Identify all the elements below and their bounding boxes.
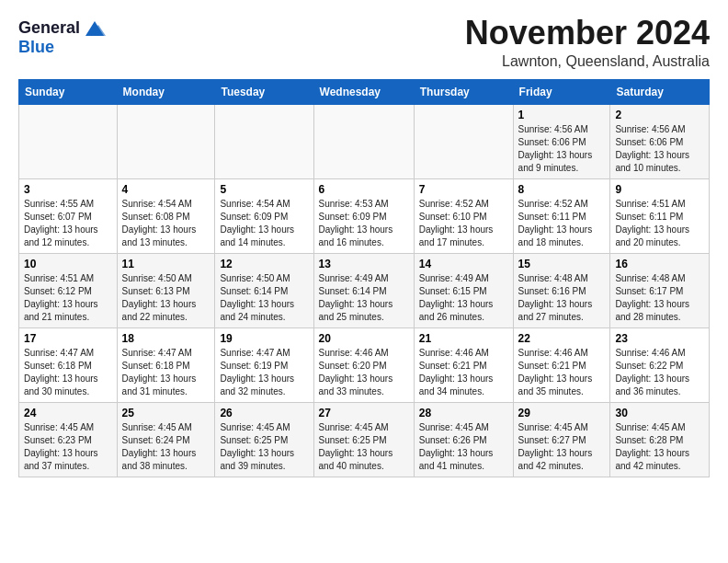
day-info: Sunrise: 4:53 AM Sunset: 6:09 PM Dayligh… — [319, 198, 409, 249]
day-info: Sunrise: 4:54 AM Sunset: 6:08 PM Dayligh… — [122, 198, 210, 249]
calendar-cell: 26Sunrise: 4:45 AM Sunset: 6:25 PM Dayli… — [215, 402, 313, 477]
day-info: Sunrise: 4:50 AM Sunset: 6:14 PM Dayligh… — [220, 272, 308, 324]
day-number: 29 — [518, 407, 606, 419]
day-info: Sunrise: 4:45 AM Sunset: 6:28 PM Dayligh… — [615, 421, 704, 473]
calendar-cell: 18Sunrise: 4:47 AM Sunset: 6:18 PM Dayli… — [117, 327, 215, 402]
day-info: Sunrise: 4:55 AM Sunset: 6:07 PM Dayligh… — [24, 198, 112, 249]
calendar-cell: 24Sunrise: 4:45 AM Sunset: 6:23 PM Dayli… — [19, 402, 118, 477]
day-info: Sunrise: 4:51 AM Sunset: 6:12 PM Dayligh… — [24, 272, 112, 324]
header-sunday: Sunday — [19, 79, 118, 104]
calendar-cell: 14Sunrise: 4:49 AM Sunset: 6:15 PM Dayli… — [414, 253, 513, 327]
calendar-cell — [117, 104, 215, 178]
calendar-cell — [313, 104, 414, 178]
calendar-cell: 21Sunrise: 4:46 AM Sunset: 6:21 PM Dayli… — [414, 327, 513, 402]
header-saturday: Saturday — [610, 79, 710, 104]
day-info: Sunrise: 4:46 AM Sunset: 6:20 PM Dayligh… — [319, 347, 409, 398]
location-title: Lawnton, Queensland, Australia — [465, 53, 710, 70]
day-number: 6 — [319, 183, 409, 196]
day-number: 8 — [518, 183, 606, 196]
day-number: 16 — [615, 258, 704, 270]
day-number: 27 — [319, 407, 409, 419]
calendar-cell — [215, 104, 313, 178]
calendar-cell: 25Sunrise: 4:45 AM Sunset: 6:24 PM Dayli… — [117, 402, 215, 477]
day-info: Sunrise: 4:45 AM Sunset: 6:24 PM Dayligh… — [122, 421, 210, 473]
day-number: 5 — [220, 183, 308, 196]
calendar-table: SundayMondayTuesdayWednesdayThursdayFrid… — [18, 79, 710, 477]
calendar-cell: 1Sunrise: 4:56 AM Sunset: 6:06 PM Daylig… — [513, 104, 610, 178]
calendar-cell: 22Sunrise: 4:46 AM Sunset: 6:21 PM Dayli… — [513, 327, 610, 402]
day-info: Sunrise: 4:50 AM Sunset: 6:13 PM Dayligh… — [122, 272, 210, 324]
calendar-cell: 20Sunrise: 4:46 AM Sunset: 6:20 PM Dayli… — [313, 327, 414, 402]
header-monday: Monday — [117, 79, 215, 104]
day-info: Sunrise: 4:45 AM Sunset: 6:23 PM Dayligh… — [24, 421, 112, 473]
day-info: Sunrise: 4:47 AM Sunset: 6:19 PM Dayligh… — [220, 347, 308, 398]
day-info: Sunrise: 4:45 AM Sunset: 6:26 PM Dayligh… — [419, 421, 508, 473]
day-info: Sunrise: 4:49 AM Sunset: 6:15 PM Dayligh… — [419, 272, 508, 324]
calendar-cell: 7Sunrise: 4:52 AM Sunset: 6:10 PM Daylig… — [414, 178, 513, 253]
calendar-cell: 16Sunrise: 4:48 AM Sunset: 6:17 PM Dayli… — [610, 253, 710, 327]
day-info: Sunrise: 4:47 AM Sunset: 6:18 PM Dayligh… — [122, 347, 210, 398]
day-info: Sunrise: 4:46 AM Sunset: 6:21 PM Dayligh… — [518, 347, 606, 398]
day-number: 30 — [615, 407, 704, 419]
day-number: 3 — [24, 183, 112, 196]
day-info: Sunrise: 4:45 AM Sunset: 6:25 PM Dayligh… — [220, 421, 308, 473]
calendar-cell: 23Sunrise: 4:46 AM Sunset: 6:22 PM Dayli… — [610, 327, 710, 402]
day-number: 9 — [615, 183, 704, 196]
day-number: 10 — [24, 258, 112, 270]
day-number: 17 — [24, 332, 112, 345]
header-tuesday: Tuesday — [215, 79, 313, 104]
day-info: Sunrise: 4:46 AM Sunset: 6:22 PM Dayligh… — [615, 347, 704, 398]
day-info: Sunrise: 4:52 AM Sunset: 6:11 PM Dayligh… — [518, 198, 606, 249]
calendar-cell — [19, 104, 118, 178]
header-thursday: Thursday — [414, 79, 513, 104]
day-number: 11 — [122, 258, 210, 270]
day-number: 15 — [518, 258, 606, 270]
day-info: Sunrise: 4:48 AM Sunset: 6:16 PM Dayligh… — [518, 272, 606, 324]
calendar-week-row: 10Sunrise: 4:51 AM Sunset: 6:12 PM Dayli… — [19, 253, 710, 327]
day-number: 22 — [518, 332, 606, 345]
calendar-cell: 3Sunrise: 4:55 AM Sunset: 6:07 PM Daylig… — [19, 178, 118, 253]
calendar-week-row: 24Sunrise: 4:45 AM Sunset: 6:23 PM Dayli… — [19, 402, 710, 477]
day-number: 28 — [419, 407, 508, 419]
header-friday: Friday — [513, 79, 610, 104]
day-info: Sunrise: 4:46 AM Sunset: 6:21 PM Dayligh… — [419, 347, 508, 398]
day-number: 21 — [419, 332, 508, 345]
day-number: 23 — [615, 332, 704, 345]
calendar-cell: 10Sunrise: 4:51 AM Sunset: 6:12 PM Dayli… — [19, 253, 118, 327]
calendar-cell: 8Sunrise: 4:52 AM Sunset: 6:11 PM Daylig… — [513, 178, 610, 253]
day-info: Sunrise: 4:54 AM Sunset: 6:09 PM Dayligh… — [220, 198, 308, 249]
day-number: 26 — [220, 407, 308, 419]
title-area: November 2024 Lawnton, Queensland, Austr… — [465, 15, 710, 70]
calendar-cell — [414, 104, 513, 178]
calendar-cell: 27Sunrise: 4:45 AM Sunset: 6:25 PM Dayli… — [313, 402, 414, 477]
day-info: Sunrise: 4:47 AM Sunset: 6:18 PM Dayligh… — [24, 347, 112, 398]
calendar-cell: 2Sunrise: 4:56 AM Sunset: 6:06 PM Daylig… — [610, 104, 710, 178]
calendar-cell: 17Sunrise: 4:47 AM Sunset: 6:18 PM Dayli… — [19, 327, 118, 402]
day-info: Sunrise: 4:49 AM Sunset: 6:14 PM Dayligh… — [319, 272, 409, 324]
day-number: 20 — [319, 332, 409, 345]
day-info: Sunrise: 4:45 AM Sunset: 6:25 PM Dayligh… — [319, 421, 409, 473]
calendar-cell: 5Sunrise: 4:54 AM Sunset: 6:09 PM Daylig… — [215, 178, 313, 253]
day-number: 14 — [419, 258, 508, 270]
calendar-cell: 29Sunrise: 4:45 AM Sunset: 6:27 PM Dayli… — [513, 402, 610, 477]
day-info: Sunrise: 4:45 AM Sunset: 6:27 PM Dayligh… — [518, 421, 606, 473]
day-number: 2 — [615, 109, 704, 121]
calendar-week-row: 17Sunrise: 4:47 AM Sunset: 6:18 PM Dayli… — [19, 327, 710, 402]
calendar-cell: 15Sunrise: 4:48 AM Sunset: 6:16 PM Dayli… — [513, 253, 610, 327]
logo-general: General — [18, 18, 108, 38]
month-title: November 2024 — [465, 15, 710, 52]
calendar-cell: 30Sunrise: 4:45 AM Sunset: 6:28 PM Dayli… — [610, 402, 710, 477]
calendar-cell: 9Sunrise: 4:51 AM Sunset: 6:11 PM Daylig… — [610, 178, 710, 253]
day-info: Sunrise: 4:56 AM Sunset: 6:06 PM Dayligh… — [615, 123, 704, 175]
calendar-cell: 12Sunrise: 4:50 AM Sunset: 6:14 PM Dayli… — [215, 253, 313, 327]
calendar-week-row: 1Sunrise: 4:56 AM Sunset: 6:06 PM Daylig… — [19, 104, 710, 178]
calendar-cell: 4Sunrise: 4:54 AM Sunset: 6:08 PM Daylig… — [117, 178, 215, 253]
page-header: General Blue November 2024 Lawnton, Quee… — [18, 15, 710, 70]
day-number: 12 — [220, 258, 308, 270]
day-number: 13 — [319, 258, 409, 270]
day-number: 19 — [220, 332, 308, 345]
day-number: 18 — [122, 332, 210, 345]
logo-icon — [82, 19, 108, 38]
day-number: 1 — [518, 109, 606, 121]
calendar-cell: 6Sunrise: 4:53 AM Sunset: 6:09 PM Daylig… — [313, 178, 414, 253]
